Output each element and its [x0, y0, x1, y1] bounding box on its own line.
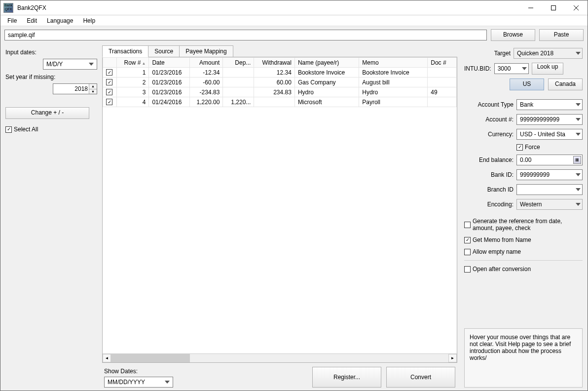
cell-doc [428, 97, 457, 107]
help-text: Hover your mouse over things that are no… [470, 334, 571, 361]
app-window: Bank QFX Bank2QFX File Edit Language Hel… [0, 0, 588, 391]
get-memo-checkbox[interactable]: ✓Get Memo from Name [464, 236, 583, 243]
col-name[interactable]: Name (payee/r) [294, 58, 359, 68]
chevron-down-icon [89, 61, 95, 67]
table-row[interactable]: ✓101/23/2016-12.3412.34Bookstore Invoice… [103, 68, 457, 78]
show-dates-select[interactable]: MM/DD/YYYY [104, 377, 173, 388]
cell-doc [428, 68, 457, 78]
close-button[interactable] [565, 0, 588, 15]
row-checkbox[interactable]: ✓ [106, 89, 112, 95]
col-doc[interactable]: Doc # [428, 58, 457, 68]
sort-asc-icon: ▲ [142, 61, 146, 66]
scroll-right-icon[interactable]: ► [448, 354, 457, 362]
bank-id-label: Bank ID: [464, 171, 514, 178]
cell-row: 4 [117, 97, 149, 107]
end-balance-input[interactable]: 0.00▦ [516, 155, 583, 165]
minimize-icon [528, 5, 533, 10]
row-checkbox[interactable]: ✓ [106, 99, 112, 105]
cell-name: Gas Company [294, 78, 359, 87]
chevron-down-icon [576, 187, 581, 194]
scroll-track[interactable] [111, 354, 448, 362]
cell-row: 2 [117, 78, 149, 87]
convert-button[interactable]: Convert [386, 367, 455, 388]
cell-amount: -12.34 [189, 68, 222, 78]
tab-transactions[interactable]: Transactions [102, 45, 148, 57]
us-button[interactable]: US [510, 78, 544, 90]
encoding-select[interactable]: Western [516, 199, 583, 210]
generate-reference-checkbox[interactable]: Generate the reference from date, amount… [464, 218, 583, 232]
cell-withdrawal [254, 97, 295, 107]
target-select[interactable]: Quicken 2018 [514, 48, 583, 59]
maximize-button[interactable] [542, 0, 565, 15]
table-row[interactable]: ✓401/24/20161,220.001,220...MicrosoftPay… [103, 97, 457, 107]
cell-withdrawal: 12.34 [254, 68, 295, 78]
register-button[interactable]: Register... [312, 367, 381, 388]
col-check[interactable] [103, 58, 117, 68]
menu-language[interactable]: Language [42, 16, 78, 25]
force-checkbox[interactable]: ✓Force [516, 144, 540, 151]
menu-file[interactable]: File [2, 16, 22, 25]
currency-select[interactable]: USD - United Sta [516, 129, 583, 140]
menu-help[interactable]: Help [78, 16, 100, 25]
scroll-left-icon[interactable]: ◄ [103, 354, 111, 362]
horizontal-scrollbar[interactable]: ◄ ► [103, 353, 457, 362]
table-row[interactable]: ✓301/23/2016-234.83234.83HydroHydro49 [103, 87, 457, 97]
open-after-checkbox[interactable]: Open after conversion [464, 266, 583, 273]
file-path-input[interactable] [4, 30, 487, 40]
scroll-thumb[interactable] [111, 354, 190, 362]
row-checkbox[interactable]: ✓ [106, 79, 112, 85]
chevron-down-icon [576, 117, 581, 123]
cell-withdrawal: 234.83 [254, 87, 295, 97]
end-balance-label: End balance: [464, 156, 514, 163]
titlebar: Bank QFX Bank2QFX [0, 0, 588, 15]
checkbox-icon [464, 266, 471, 273]
col-withdrawal[interactable]: Withdrawal [254, 58, 295, 68]
calendar-icon[interactable]: ▦ [573, 156, 581, 164]
canada-button[interactable]: Canada [548, 78, 583, 90]
cell-amount: -234.83 [189, 87, 222, 97]
bank-id-select[interactable]: 999999999 [516, 169, 583, 180]
cell-name: Hydro [294, 87, 359, 97]
transactions-grid: Row #▲ Date Amount Dep... Withdrawal Nam… [103, 57, 457, 107]
account-num-select[interactable]: 999999999999 [516, 114, 583, 125]
set-year-spinner[interactable]: 2018 ▲▼ [53, 83, 97, 94]
intu-bid-select[interactable]: 3000 [494, 63, 529, 74]
cell-withdrawal: 60.00 [254, 78, 295, 87]
cell-memo: Hydro [359, 87, 428, 97]
target-value: Quicken 2018 [517, 50, 553, 57]
checkmark-icon: ✓ [5, 126, 12, 133]
col-deposit[interactable]: Dep... [223, 58, 254, 68]
lookup-button[interactable]: Look up [532, 63, 564, 75]
menu-edit[interactable]: Edit [22, 16, 42, 25]
intu-bid-value: 3000 [498, 65, 511, 72]
browse-button[interactable]: Browse [491, 29, 535, 41]
cell-name: Bookstore Invoice [294, 68, 359, 78]
checkmark-icon: ✓ [464, 237, 471, 243]
spinner-down-icon[interactable]: ▼ [89, 89, 97, 94]
cell-memo: Bookstore Invoice [359, 68, 428, 78]
cell-row: 3 [117, 87, 149, 97]
col-row[interactable]: Row #▲ [117, 58, 149, 68]
col-memo[interactable]: Memo [359, 58, 428, 68]
spinner-up-icon[interactable]: ▲ [89, 84, 97, 89]
minimize-button[interactable] [519, 0, 542, 15]
input-dates-select[interactable]: M/D/Y [43, 59, 97, 70]
row-checkbox[interactable]: ✓ [106, 69, 112, 76]
col-date[interactable]: Date [149, 58, 190, 68]
account-type-select[interactable]: Bank [516, 99, 583, 110]
change-sign-button[interactable]: Change + / - [5, 107, 89, 119]
paste-button[interactable]: Paste [539, 29, 584, 41]
left-panel: Input dates: M/D/Y Set year if missing: … [0, 44, 102, 391]
svg-rect-1 [551, 5, 556, 10]
cell-date: 01/23/2016 [149, 87, 190, 97]
chevron-down-icon [576, 201, 581, 208]
cell-date: 01/24/2016 [149, 97, 190, 107]
tab-source[interactable]: Source [148, 45, 180, 57]
col-amount[interactable]: Amount [189, 58, 222, 68]
select-all-checkbox[interactable]: ✓ Select All [5, 126, 97, 133]
table-row[interactable]: ✓201/23/2016-60.0060.00Gas CompanyAugust… [103, 78, 457, 87]
allow-empty-checkbox[interactable]: Allow empty name [464, 248, 583, 255]
tab-payee-mapping[interactable]: Payee Mapping [179, 45, 233, 57]
tab-strip: Transactions Source Payee Mapping [102, 45, 457, 57]
branch-id-select[interactable] [516, 184, 583, 195]
